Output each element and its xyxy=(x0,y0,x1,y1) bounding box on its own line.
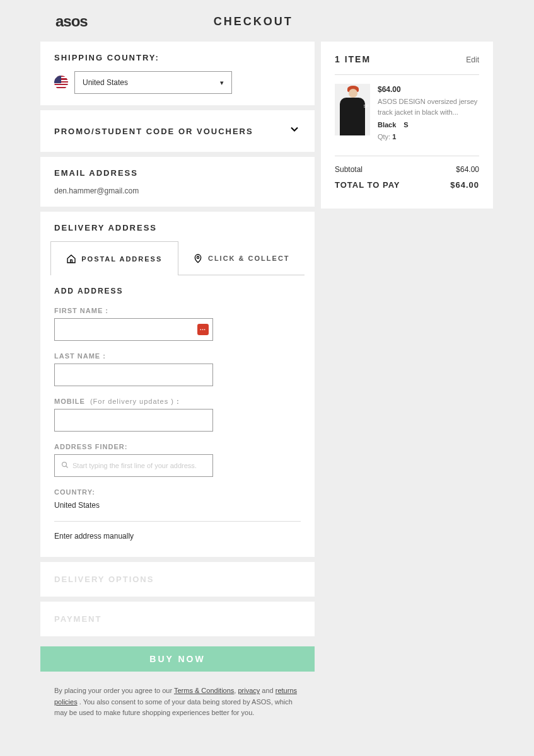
total-to-pay-row: TOTAL TO PAY $64.00 xyxy=(335,180,479,190)
country-field-label: COUNTRY: xyxy=(54,488,301,496)
last-name-label: LAST NAME : xyxy=(54,352,301,360)
mobile-input-wrap xyxy=(54,409,213,432)
item-thumbnail: 9F xyxy=(335,84,370,135)
first-name-label: FIRST NAME : xyxy=(54,307,301,314)
delivery-tabs: POSTAL ADDRESS CLICK & COLLECT xyxy=(50,241,305,275)
email-value: den.hammer@gmail.com xyxy=(54,186,301,195)
order-summary-card: 1 ITEM Edit 9F $64.00 ASOS DESIGN oversi… xyxy=(321,42,493,209)
header: asos CHECKOUT xyxy=(0,0,534,42)
promo-title: PROMO/STUDENT CODE OR VOUCHERS xyxy=(54,127,253,136)
address-finder-input-wrap xyxy=(54,454,213,477)
tab-click-collect[interactable]: CLICK & COLLECT xyxy=(178,241,305,275)
delivery-options-card: DELIVERY OPTIONS xyxy=(40,562,315,597)
item-qty: Qty: 1 xyxy=(378,132,479,142)
pin-icon xyxy=(193,253,203,263)
first-name-input-wrap: ••• xyxy=(54,318,213,341)
promo-card[interactable]: PROMO/STUDENT CODE OR VOUCHERS xyxy=(40,110,315,152)
subtotal-row: Subtotal $64.00 xyxy=(335,165,479,174)
country-select-value: United States xyxy=(83,78,128,87)
mobile-label: MOBILE (For delivery updates ) : xyxy=(54,398,301,405)
buy-now-button[interactable]: BUY NOW xyxy=(40,646,315,672)
svg-point-0 xyxy=(197,256,199,258)
mobile-input[interactable] xyxy=(61,416,206,425)
item-description: ASOS DESIGN oversized jersey track jacke… xyxy=(378,96,479,117)
password-manager-icon[interactable]: ••• xyxy=(197,324,209,335)
delivery-address-card: DELIVERY ADDRESS POSTAL ADDRESS CLICK & … xyxy=(40,212,315,557)
country-select[interactable]: United States ▾ xyxy=(74,71,232,94)
payment-card: PAYMENT xyxy=(40,602,315,636)
shipping-country-title: SHIPPING COUNTRY: xyxy=(54,53,301,62)
email-title: EMAIL ADDRESS xyxy=(54,168,301,178)
search-icon xyxy=(61,461,69,470)
us-flag-icon xyxy=(54,76,68,89)
delivery-title: DELIVERY ADDRESS xyxy=(54,223,301,232)
divider xyxy=(335,74,479,75)
shipping-country-card: SHIPPING COUNTRY: United States ▾ xyxy=(40,42,315,105)
items-count-title: 1 ITEM xyxy=(335,54,371,64)
email-card: EMAIL ADDRESS den.hammer@gmail.com xyxy=(40,157,315,207)
house-icon xyxy=(66,254,76,264)
last-name-input[interactable] xyxy=(61,370,206,379)
country-field-value: United States xyxy=(54,501,301,510)
page-title: CHECKOUT xyxy=(214,15,293,28)
item-price: $64.00 xyxy=(378,84,479,95)
divider xyxy=(54,521,301,522)
svg-line-2 xyxy=(66,466,68,468)
first-name-input[interactable] xyxy=(61,325,206,334)
svg-point-1 xyxy=(62,462,67,467)
delivery-options-title: DELIVERY OPTIONS xyxy=(54,575,301,584)
last-name-input-wrap xyxy=(54,364,213,386)
address-finder-label: ADDRESS FINDER: xyxy=(54,443,301,450)
tab-postal-label: POSTAL ADDRESS xyxy=(81,255,162,263)
terms-link[interactable]: Terms & Conditions xyxy=(174,687,234,694)
address-finder-input[interactable] xyxy=(73,461,206,470)
tab-postal-address[interactable]: POSTAL ADDRESS xyxy=(50,241,178,275)
cart-item: 9F $64.00 ASOS DESIGN oversized jersey t… xyxy=(335,84,479,142)
add-address-subtitle: ADD ADDRESS xyxy=(54,287,301,295)
divider xyxy=(335,156,479,156)
privacy-link[interactable]: privacy xyxy=(238,687,260,694)
chevron-down-icon: ▾ xyxy=(220,79,224,87)
legal-text: By placing your order you agree to our T… xyxy=(40,677,315,738)
tab-collect-label: CLICK & COLLECT xyxy=(208,255,290,262)
chevron-down-icon xyxy=(288,123,301,139)
item-variant: BlackS xyxy=(378,120,479,130)
edit-cart-link[interactable]: Edit xyxy=(466,55,479,64)
payment-title: PAYMENT xyxy=(54,614,301,624)
logo: asos xyxy=(55,13,88,30)
enter-address-manually-link[interactable]: Enter address manually xyxy=(54,532,301,541)
